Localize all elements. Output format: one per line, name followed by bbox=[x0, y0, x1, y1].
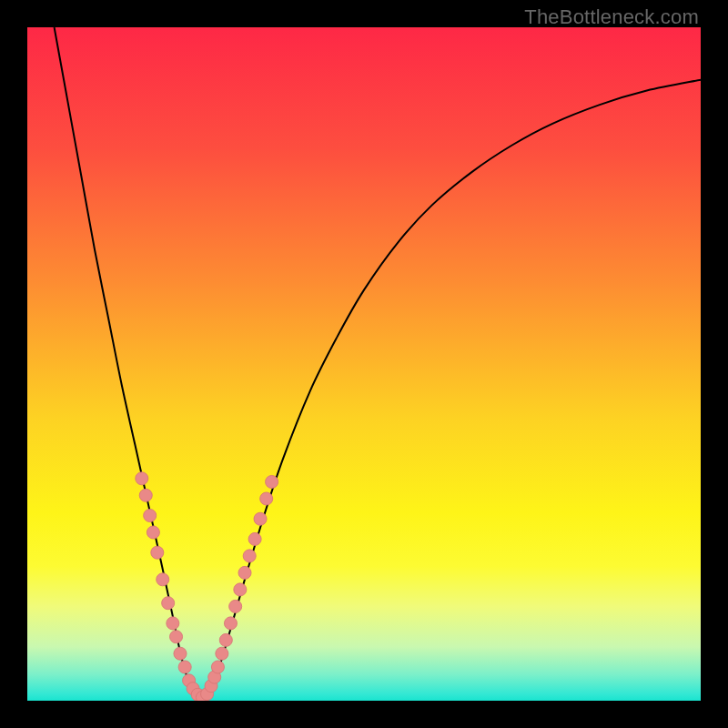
marker-dot bbox=[229, 600, 242, 612]
marker-dot bbox=[254, 512, 267, 525]
marker-dot bbox=[266, 475, 278, 488]
marker-group bbox=[136, 472, 278, 701]
marker-dot bbox=[147, 526, 159, 539]
marker-dot bbox=[174, 647, 187, 660]
marker-dot bbox=[170, 631, 183, 643]
marker-dot bbox=[139, 489, 152, 501]
marker-dot bbox=[243, 550, 256, 562]
marker-dot bbox=[248, 532, 261, 545]
marker-dot bbox=[151, 546, 164, 559]
curve-layer bbox=[27, 27, 701, 701]
watermark-text: TheBottleneck.com bbox=[524, 5, 699, 29]
outer-frame: TheBottleneck.com bbox=[0, 0, 728, 728]
bottleneck-curve-path bbox=[55, 27, 701, 697]
marker-dot bbox=[167, 617, 179, 630]
plot-area bbox=[27, 27, 701, 701]
marker-dot bbox=[260, 492, 273, 505]
marker-dot bbox=[136, 472, 148, 485]
marker-dot bbox=[238, 566, 251, 579]
marker-dot bbox=[178, 661, 191, 673]
marker-dot bbox=[234, 583, 247, 596]
marker-dot bbox=[211, 661, 224, 673]
marker-dot bbox=[157, 573, 169, 586]
marker-dot bbox=[224, 617, 237, 630]
marker-dot bbox=[162, 597, 175, 610]
marker-dot bbox=[144, 509, 157, 521]
marker-dot bbox=[219, 633, 232, 646]
marker-dot bbox=[216, 647, 228, 660]
